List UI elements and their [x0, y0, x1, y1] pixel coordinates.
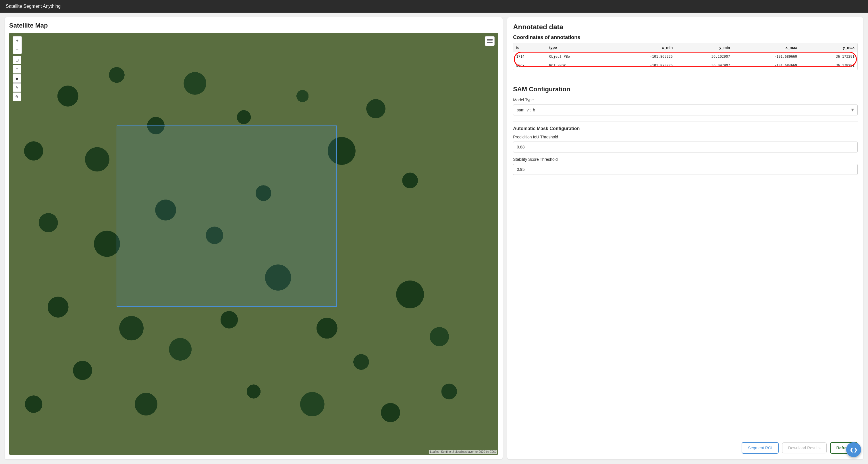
col-x-min: x_min	[609, 43, 676, 52]
cell-ymax-0: 36.173291	[800, 52, 857, 61]
stability-input[interactable]	[513, 164, 858, 175]
title-bar: Satellite Segment Anything	[0, 0, 868, 13]
model-type-wrapper: sam_vit_b sam_vit_l sam_vit_h ▼	[513, 104, 858, 115]
svg-rect-1	[487, 40, 493, 41]
col-id: id	[513, 43, 546, 52]
col-type: type	[546, 43, 609, 52]
cell-ymin-1: 36.097907	[676, 61, 733, 70]
cell-xmax-1: -101.684669	[733, 61, 800, 70]
sam-config-title: SAM Configuration	[513, 86, 858, 93]
annotated-section: Annotated data Coordinates of annotation…	[513, 23, 858, 70]
model-type-select[interactable]: sam_vit_b sam_vit_l sam_vit_h	[513, 104, 858, 115]
map-attribution: Leaflet | Sentinel-2 cloudless layer for…	[429, 450, 497, 454]
map-panel-title: Satellite Map	[9, 22, 498, 29]
sam-config-section: SAM Configuration Model Type sam_vit_b s…	[513, 86, 858, 179]
table-row: 1714 Object PBo -101.865225 36.102907 -1…	[513, 52, 857, 61]
model-type-label: Model Type	[513, 98, 858, 102]
map-container[interactable]: + − ▢ □ ◆ ✎ 🗑 Leaflet | Sentinel-2 cloud…	[9, 33, 498, 455]
table-row: bbox ROI BBOX -101.870225 36.097907 -101…	[513, 61, 857, 70]
draw-tool-button[interactable]: ✎	[13, 83, 21, 92]
svg-rect-0	[487, 42, 493, 43]
cell-ymin-0: 36.102907	[676, 52, 733, 61]
bottom-buttons: Segment ROI Download Results Refresh	[513, 438, 858, 454]
zoom-control: + −	[13, 36, 22, 54]
annotations-table: id type x_min y_min x_max y_max 1714 Obj…	[513, 43, 857, 70]
stability-field-wrapper	[513, 164, 858, 175]
coords-title: Coordinates of annotations	[513, 34, 858, 40]
map-background	[9, 33, 498, 455]
cell-id-1: bbox	[513, 61, 546, 70]
zoom-extent-button[interactable]: □	[13, 65, 21, 73]
right-panel: Annotated data Coordinates of annotation…	[507, 17, 863, 459]
mask-config-title: Automatic Mask Configuration	[513, 126, 858, 131]
fab-icon: ❮❯	[849, 447, 858, 453]
col-y-max: y_max	[800, 43, 857, 52]
annotations-table-wrapper: id type x_min y_min x_max y_max 1714 Obj…	[513, 43, 858, 70]
cell-type-1: ROI BBOX	[546, 61, 609, 70]
cell-ymax-1: 36.178291	[800, 61, 857, 70]
left-panel: Satellite Map + − ▢ □ ◆ ✎ 🗑	[5, 17, 503, 459]
config-divider	[513, 121, 858, 122]
delete-tool-button[interactable]: 🗑	[13, 93, 21, 101]
download-results-button[interactable]: Download Results	[782, 442, 827, 453]
cell-id-0: 1714	[513, 52, 546, 61]
col-y-min: y_min	[676, 43, 733, 52]
stability-label: Stability Score Threshold	[513, 157, 858, 162]
navigation-fab[interactable]: ❮❯	[846, 442, 861, 457]
svg-rect-2	[487, 39, 493, 40]
col-x-max: x_max	[733, 43, 800, 52]
zoom-in-button[interactable]: +	[13, 36, 22, 45]
main-layout: Satellite Map + − ▢ □ ◆ ✎ 🗑	[0, 13, 868, 464]
iou-field-wrapper	[513, 141, 858, 153]
segment-roi-button[interactable]: Segment ROI	[742, 442, 779, 454]
annotated-data-title: Annotated data	[513, 23, 858, 31]
cell-xmax-0: -101.689669	[733, 52, 800, 61]
cell-xmin-1: -101.870225	[609, 61, 676, 70]
iou-input[interactable]	[513, 141, 858, 153]
iou-label: Predicition IoU Threshold	[513, 135, 858, 139]
rectangle-tool-button[interactable]: ▢	[13, 56, 21, 64]
cell-type-0: Object PBo	[546, 52, 609, 61]
map-controls: + − ▢ □ ◆ ✎ 🗑	[13, 36, 22, 101]
layers-icon	[487, 38, 493, 44]
marker-tool-button[interactable]: ◆	[13, 74, 21, 83]
app-title: Satellite Segment Anything	[6, 4, 61, 9]
cell-xmin-0: -101.865225	[609, 52, 676, 61]
layer-switcher-button[interactable]	[485, 36, 495, 46]
zoom-out-button[interactable]: −	[13, 45, 22, 54]
